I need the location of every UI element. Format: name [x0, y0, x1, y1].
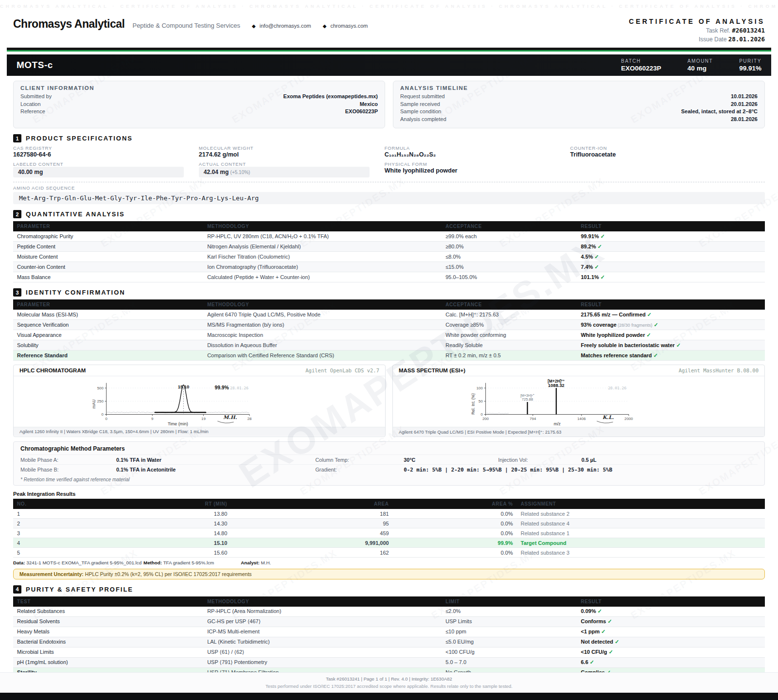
method-label: Mobile Phase B:: [20, 467, 116, 473]
peak-row: 415.109,991,00099.9%Target Compound: [13, 538, 765, 548]
timeline-row: Sample conditionSealed, intact, stored a…: [400, 108, 758, 116]
table-cell: Heavy Metals: [13, 627, 203, 637]
result-cell: Conforms ✓: [577, 617, 765, 627]
table-cell: White powder conforming: [442, 330, 577, 340]
table-cell: RT ± 0.2 min, m/z ± 0.5: [442, 350, 577, 360]
table-cell: ≤2.0%: [442, 607, 577, 616]
client-row: LocationMexico: [20, 101, 378, 108]
peak-cell: 0.0%: [393, 528, 517, 538]
table-cell: Calculated (Peptide + Water + Counter-io…: [203, 272, 442, 282]
panel-header: HPLC CHROMATOGRAMAgilent OpenLab CDS v2.…: [14, 365, 385, 376]
amount-label: AMOUNT: [688, 58, 713, 64]
spec-value: 2174.62 g/mol: [199, 151, 385, 158]
data-value: 3241-1 MOTS-c EXOMA_TFA gradient 5-95%_0…: [26, 560, 141, 565]
panel-title: MASS SPECTRUM (ESI+): [399, 368, 465, 373]
quantitative-analysis-table: PARAMETERMETHODOLOGYACCEPTANCERESULTChro…: [13, 221, 765, 282]
peak-results-title: Peak Integration Results: [13, 491, 765, 497]
peak-cell: Related substance 1: [517, 528, 765, 538]
svg-text:mAU: mAU: [91, 400, 96, 409]
column-header: METHODOLOGY: [203, 299, 442, 310]
method-label: Column Temp:: [315, 457, 404, 463]
peak-cell: 14.30: [54, 519, 231, 528]
method-footnote: * Retention time verified against refere…: [20, 477, 758, 482]
svg-text:28: 28: [248, 417, 252, 421]
peak-row: 113.801810.0%Related substance 2: [13, 509, 765, 519]
actual-content-spec: ACTUAL CONTENT42.04 mg (+5.10%): [199, 161, 385, 177]
timeline-row: Sample received20.01.2026: [400, 101, 758, 108]
table-row: Sequence VerificationMS/MS Fragmentation…: [13, 320, 765, 330]
peak-cell: 3: [13, 528, 54, 538]
section-title: QUANTITATIVE ANALYSIS: [26, 210, 125, 218]
column-header: AREA: [231, 499, 392, 509]
table-cell: pH (1mg/mL solution): [13, 658, 203, 667]
row-label: Location: [20, 101, 41, 108]
chart-panels: HPLC CHROMATOGRAMAgilent OpenLab CDS v2.…: [13, 365, 765, 437]
panel-body: 025050009192815.1099.9%28.01.26mAUTime (…: [14, 376, 385, 427]
spec-value: White lyophilized powder: [385, 167, 570, 174]
svg-text:50: 50: [478, 399, 483, 403]
peak-cell: 99.9%: [393, 538, 517, 547]
table-cell: Macroscopic Inspection: [203, 330, 442, 340]
footer-task-line: Task #26013241 | Page 1 of 1 | Rev. 4.0 …: [0, 676, 778, 682]
table-cell: Visual Appearance: [13, 330, 203, 340]
table-cell: ≥80.0%: [442, 242, 577, 251]
table-cell: Solubility: [13, 340, 203, 350]
svg-text:19: 19: [201, 417, 206, 421]
section-header-2: 2QUANTITATIVE ANALYSIS: [13, 210, 765, 218]
panel-footer: Agilent 1260 Infinity II | Waters XBridg…: [14, 427, 385, 436]
svg-text:m/z: m/z: [554, 421, 561, 426]
column-header: RESULT: [577, 221, 765, 231]
svg-text:99.9%: 99.9%: [215, 385, 229, 390]
mw-spec: MOLECULAR WEIGHT2174.62 g/mol: [199, 145, 385, 158]
identity-confirmation-table: PARAMETERMETHODOLOGYACCEPTANCERESULTMole…: [13, 299, 765, 361]
method-parameters-panel: Chromatographic Method Parameters Mobile…: [13, 441, 765, 486]
spec-label: MOLECULAR WEIGHT: [199, 145, 385, 151]
section-title: IDENTITY CONFIRMATION: [26, 289, 125, 296]
purity-label: PURITY: [739, 58, 761, 64]
column-header: ACCEPTANCE: [442, 221, 577, 231]
table-row: Counter-ion ContentIon Chromatography (T…: [13, 262, 765, 272]
row-label: Sample received: [400, 101, 440, 108]
timeline-row: Analysis completed28.01.2026: [400, 116, 758, 123]
check-icon: ✓: [652, 352, 658, 358]
table-cell: Coverage ≥85%: [442, 320, 577, 330]
result-cell: 4.5% ✓: [577, 252, 765, 262]
diamond-icon: ◆: [323, 23, 327, 29]
table-cell: Comparison with Certified Reference Stan…: [203, 350, 442, 360]
check-icon: ✓: [599, 274, 605, 280]
svg-text:200: 200: [482, 417, 489, 421]
table-cell: RP-HPLC, UV 280nm (C18, ACN/H₂O + 0.1% T…: [203, 231, 442, 241]
svg-text:Time (min): Time (min): [168, 421, 188, 426]
method-label: Gradient:: [315, 467, 404, 473]
header-rule: [7, 48, 771, 52]
amino-acid-sequence: Met-Arg-Trp-Gln-Glu-Met-Gly-Tyr-Ile-Phe-…: [13, 192, 765, 204]
section-number: 2: [13, 210, 21, 218]
peak-cell: 13.80: [54, 509, 231, 518]
spec-delta: (+5.10%): [230, 170, 250, 175]
product-specs-grid: CAS REGISTRY1627580-64-6 MOLECULAR WEIGH…: [13, 145, 765, 177]
peak-cell: 95: [231, 519, 392, 528]
svg-text:794: 794: [530, 417, 536, 421]
check-icon: ✓: [588, 659, 594, 665]
section-title: PURITY & SAFETY PROFILE: [26, 586, 133, 593]
issue-date-label: Issue Date: [699, 36, 726, 43]
sequence-label: AMINO ACID SEQUENCE: [13, 185, 765, 191]
table-cell: Sequence Verification: [13, 320, 203, 330]
cas-spec: CAS REGISTRY1627580-64-6: [13, 145, 199, 158]
panel-header: MASS SPECTRUM (ESI+)Agilent MassHunter B…: [393, 365, 764, 376]
row-value: Sealed, intact, stored at 2–8°C: [681, 108, 758, 116]
section-number: 3: [13, 288, 21, 297]
svg-text:1406: 1406: [577, 417, 586, 421]
table-cell: Chromatographic Purity: [13, 231, 203, 241]
document-title: CERTIFICATE OF ANALYSIS: [629, 18, 765, 25]
table-cell: Residual Solvents: [13, 617, 203, 627]
brand-name: Chromasys Analytical: [13, 18, 124, 31]
check-icon: ✓: [596, 608, 602, 614]
method-label: Injection Vol:: [498, 457, 528, 463]
purity-stat: PURITY99.91%: [739, 58, 761, 72]
section-number: 4: [13, 585, 21, 594]
table-cell: Readily Soluble: [442, 340, 577, 350]
diamond-icon: ◆: [252, 23, 256, 29]
table-row: Molecular Mass (ESI-MS)Agilent 6470 Trip…: [13, 310, 765, 320]
svg-text:28.01.26: 28.01.26: [608, 386, 626, 390]
